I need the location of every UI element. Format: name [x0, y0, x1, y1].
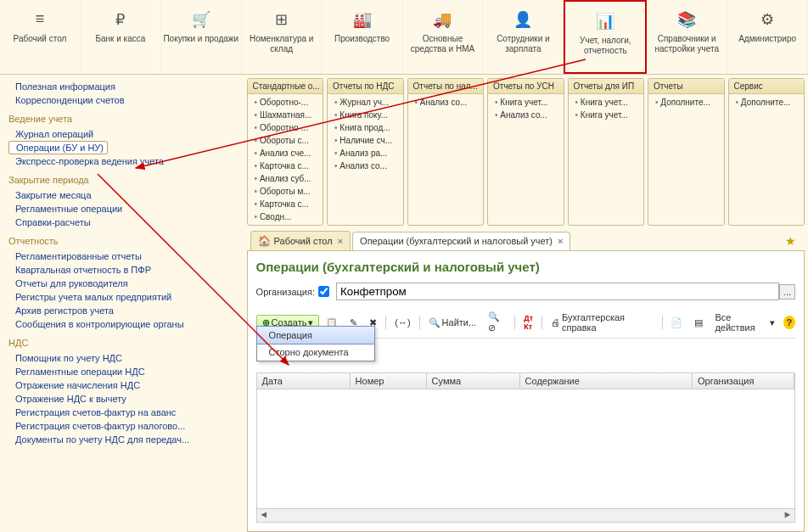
panel-header[interactable]: Отчеты по НДС [328, 79, 402, 94]
dt-kt-button[interactable]: ДтКт [519, 311, 538, 333]
sidebar-link[interactable]: Закрытие месяца [8, 188, 238, 202]
all-actions-button[interactable]: Все действия ▾ [710, 310, 779, 335]
find-button[interactable]: 🔍Найти... [424, 315, 482, 331]
nav-production[interactable]: 🏭Производство [323, 0, 403, 74]
nav-accounting[interactable]: 📊Учет, налоги, отчетность [564, 0, 647, 74]
nav-directories[interactable]: 📚Справочники и настройки учета [647, 0, 727, 74]
panel-item[interactable]: Шахматная... [248, 109, 323, 121]
tab-label: Рабочий стол [274, 236, 333, 246]
panel-item[interactable]: Анализ сче... [248, 147, 323, 160]
panel-item[interactable]: Книга прод... [328, 121, 402, 134]
col-number[interactable]: Номер [351, 373, 427, 389]
sidebar-link[interactable]: Регистрация счетов-фактур на аванс [8, 406, 238, 419]
home-icon: 🏠 [258, 235, 271, 247]
panel-item[interactable]: Книга учет... [569, 96, 643, 109]
panel-item[interactable]: Обороты с... [248, 134, 323, 147]
report-button[interactable]: 📄 [665, 315, 687, 331]
sidebar-link[interactable]: Архив регистров учета [8, 304, 238, 317]
nav-purchases[interactable]: 🛒Покупки и продажи [161, 0, 242, 74]
org-select-button[interactable]: ... [779, 284, 795, 300]
panel-item[interactable]: Анализ суб... [248, 172, 323, 185]
scroll-left-icon[interactable]: ◄ [257, 509, 271, 522]
nav-label: Справочники и настройки учета [648, 34, 725, 54]
sidebar-link[interactable]: Регистры учета малых предприятий [8, 290, 238, 304]
sidebar-link[interactable]: Отражение НДС к вычету [8, 392, 238, 406]
nav-admin[interactable]: ⚙Администриро [727, 0, 808, 74]
panel-item[interactable]: Анализ ра... [328, 147, 402, 160]
content-pane: Операции (бухгалтерский и налоговый учет… [247, 251, 805, 532]
nav-employees[interactable]: 👤Сотрудники и зарплата [483, 0, 564, 74]
print-button[interactable]: 🖨Бухгалтерская справка [546, 310, 659, 335]
refresh-button[interactable]: (↔) [390, 315, 415, 330]
panel-header[interactable]: Отчеты по нал... [408, 79, 483, 94]
panel-item[interactable]: Анализ со... [328, 160, 402, 172]
org-input[interactable] [336, 283, 779, 300]
tab-close-icon[interactable]: × [558, 236, 563, 246]
panel-item[interactable]: Книга поку... [328, 109, 402, 121]
sidebar-link[interactable]: Сообщения в контролирующие органы [8, 317, 238, 331]
favorite-icon[interactable]: ★ [780, 234, 801, 248]
find-label: Найти... [442, 317, 477, 328]
sidebar-link[interactable]: Регистрация счетов-фактур налогово... [8, 419, 238, 433]
sidebar-link-journal[interactable]: Журнал операций [8, 127, 238, 141]
sidebar-link[interactable]: Справки-расчеты [8, 216, 238, 229]
panel-item[interactable]: Книга учет... [488, 96, 563, 109]
sidebar-link-correspondence[interactable]: Корреспонденции счетов [8, 93, 238, 107]
sidebar-link[interactable]: Документы по учету НДС для передач... [8, 433, 238, 446]
panel-item[interactable]: Оборотно-... [248, 96, 323, 109]
grid-body[interactable] [256, 389, 795, 509]
panel-item[interactable]: Карточка с... [248, 198, 323, 210]
panel-header[interactable]: Стандартные о... [248, 79, 323, 94]
help-button[interactable]: ? [783, 316, 796, 329]
panel-item[interactable]: Книга учет... [569, 109, 643, 121]
sidebar-heading: НДС [8, 338, 238, 348]
scroll-right-icon[interactable]: ► [781, 509, 794, 522]
gear-icon: ⚙ [760, 10, 774, 27]
sidebar-link-useful-info[interactable]: Полезная информация [8, 80, 238, 93]
sidebar-link[interactable]: Квартальная отчетность в ПФР [8, 263, 238, 277]
dropdown-item-operation[interactable]: Операция [256, 326, 375, 344]
horizontal-scrollbar[interactable]: ◄ ► [256, 509, 795, 523]
list-button[interactable]: ▤ [689, 315, 708, 331]
panel-header[interactable]: Сервис [729, 79, 804, 94]
sidebar-link-express-check[interactable]: Экспресс-проверка ведения учета [8, 154, 238, 168]
panel-item[interactable]: Дополните... [729, 96, 804, 109]
clear-search-button[interactable]: 🔍⊘ [483, 309, 511, 336]
nav-assets[interactable]: 🚚Основные средства и НМА [403, 0, 484, 74]
sidebar-link[interactable]: Отчеты для руководителя [8, 277, 238, 290]
panel-item[interactable]: Оборотно-... [248, 121, 323, 134]
panel-item[interactable]: Анализ со... [408, 96, 483, 109]
panel-item[interactable]: Карточка с... [248, 160, 323, 172]
col-org[interactable]: Организация [693, 373, 794, 389]
panel-header[interactable]: Отчеты [648, 79, 723, 94]
tabs-bar: 🏠 Рабочий стол × Операции (бухгалтерский… [247, 231, 805, 251]
org-checkbox[interactable] [318, 286, 329, 297]
panel-item[interactable]: Наличие сч... [328, 134, 402, 147]
panel-header[interactable]: Отчеты для ИП [569, 79, 643, 94]
panel-item[interactable]: Дополните... [648, 96, 723, 109]
sidebar-link[interactable]: Регламентированные отчеты [8, 249, 238, 263]
panel-item[interactable]: Анализ со... [488, 109, 563, 121]
sidebar-link[interactable]: Регламентные операции [8, 202, 238, 216]
panel-item[interactable]: Сводн... [248, 210, 323, 223]
panel-item[interactable]: Журнал уч... [328, 96, 402, 109]
tab-desktop[interactable]: 🏠 Рабочий стол × [250, 231, 351, 250]
panel-item[interactable]: Обороты м... [248, 185, 323, 198]
sidebar-link[interactable]: Отражение начисления НДС [8, 378, 238, 392]
panel-header[interactable]: Отчеты по УСН [488, 79, 563, 94]
col-date[interactable]: Дата [257, 373, 351, 389]
ruble-icon: ₽ [115, 10, 125, 27]
person-icon: 👤 [513, 10, 532, 27]
col-content[interactable]: Содержание [520, 373, 693, 389]
dropdown-item-storno[interactable]: Сторно документа [257, 344, 374, 361]
nav-bank[interactable]: ₽Банк и касса [81, 0, 161, 74]
tab-operations[interactable]: Операции (бухгалтерский и налоговый учет… [352, 232, 570, 250]
sidebar-link[interactable]: Регламентные операции НДС [8, 365, 238, 378]
sidebar-link[interactable]: Помощник по учету НДС [8, 351, 238, 365]
nav-nomenclature[interactable]: ⊞Номенклатура и склад [242, 0, 323, 74]
nav-label: Производство [334, 34, 390, 44]
col-sum[interactable]: Сумма [427, 373, 520, 389]
nav-desktop[interactable]: ≡Рабочий стол [0, 0, 81, 74]
sidebar-link-operations[interactable]: Операции (БУ и НУ) [8, 141, 108, 154]
tab-close-icon[interactable]: × [338, 236, 343, 246]
